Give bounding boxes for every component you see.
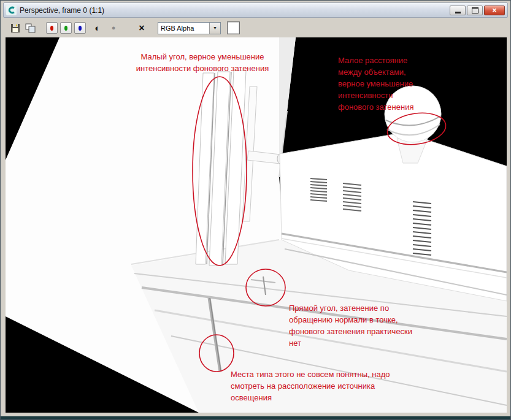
- annotation-line: обращению нормали в точке,: [289, 314, 412, 326]
- annotation-line: Малый угол, верное уменьшение: [125, 51, 280, 63]
- green-channel-icon: [64, 26, 67, 31]
- annotation-line: Прямой угол, затенение по: [289, 302, 412, 314]
- annotation-line: нет: [289, 337, 412, 349]
- maximize-icon: [472, 7, 478, 13]
- save-icon: [10, 23, 20, 33]
- mono-channel-icon: ◐: [94, 23, 100, 32]
- render-viewport[interactable]: Малый угол, верное уменьшение интенсивно…: [6, 37, 507, 413]
- clone-icon: [25, 23, 36, 33]
- mono-channel-button[interactable]: ◐: [91, 22, 104, 34]
- annotation-line: фонового затенения практически: [289, 326, 412, 337]
- app-icon: [6, 5, 17, 15]
- red-channel-icon: [50, 26, 53, 31]
- channel-dropdown-value: RGB Alpha: [158, 25, 209, 32]
- annotation-line: смотреть на рассположение источника: [231, 380, 390, 392]
- blue-channel-icon: [79, 26, 82, 31]
- window-controls: ×: [450, 6, 505, 15]
- close-button[interactable]: ×: [484, 6, 505, 15]
- render-frame-window: Perspective, frame 0 (1:1) × ◐ ●: [0, 0, 511, 420]
- annotation-line: интенсивности фонового затенения: [125, 63, 280, 74]
- alpha-channel-button[interactable]: ●: [107, 22, 120, 34]
- clone-button[interactable]: [24, 22, 36, 34]
- annotation-line: фонового затенения: [338, 101, 413, 113]
- render-scene: [6, 37, 507, 413]
- minimize-icon: [455, 12, 461, 13]
- titlebar[interactable]: Perspective, frame 0 (1:1) ×: [3, 2, 508, 18]
- close-icon: ×: [492, 7, 496, 14]
- channel-dropdown[interactable]: RGB Alpha ▼: [158, 22, 221, 34]
- annotation-small-angle: Малый угол, верное уменьшение интенсивно…: [125, 51, 280, 74]
- green-channel-button[interactable]: [60, 22, 72, 34]
- annotation-line: Малое расстояние: [338, 55, 413, 66]
- annotation-unclear-places: Места типа этого не совсем понятны, надо…: [231, 368, 390, 403]
- dropdown-arrow-icon[interactable]: ▼: [209, 23, 220, 34]
- maximize-button[interactable]: [467, 6, 483, 15]
- clear-icon: ×: [139, 23, 144, 33]
- clear-button[interactable]: ×: [136, 22, 148, 34]
- annotation-line: Места типа этого не совсем понятны, надо: [231, 368, 390, 380]
- annotation-line: освещения: [231, 392, 390, 403]
- annotation-line: верное уменьшение: [338, 78, 413, 90]
- color-swatch[interactable]: [227, 21, 240, 34]
- annotation-line: интенсивности: [338, 90, 413, 101]
- blue-channel-button[interactable]: [74, 22, 86, 34]
- minimize-button[interactable]: [450, 6, 466, 15]
- window-bottom-edge: [1, 416, 510, 419]
- annotation-right-angle: Прямой угол, затенение по обращению норм…: [289, 302, 412, 349]
- annotation-line: между объектами,: [338, 66, 413, 78]
- save-button[interactable]: [9, 22, 21, 34]
- window-title: Perspective, frame 0 (1:1): [20, 6, 450, 15]
- alpha-channel-icon: ●: [112, 25, 116, 31]
- toolbar: ◐ ● × RGB Alpha ▼: [6, 20, 505, 36]
- annotation-small-distance: Малое расстояние между объектами, верное…: [338, 55, 413, 113]
- red-channel-button[interactable]: [46, 22, 58, 34]
